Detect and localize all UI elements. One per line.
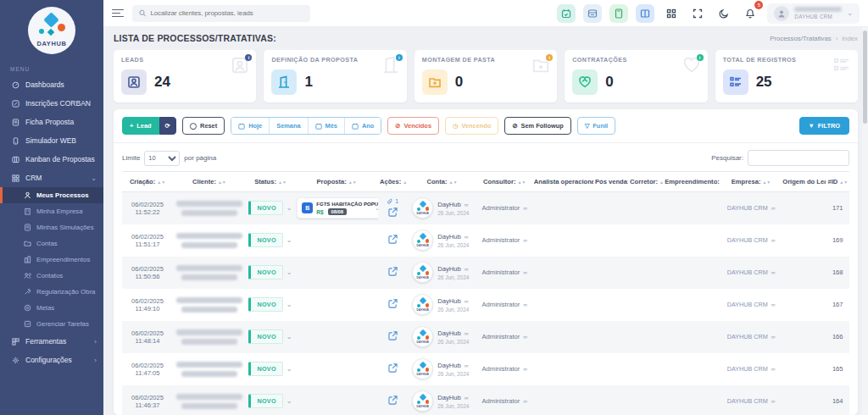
sidebar-item-minhas-simulacoes[interactable]: Minhas Simulações <box>0 219 103 235</box>
filter-semana-button[interactable]: Semana <box>270 118 308 134</box>
external-link-icon[interactable] <box>388 299 398 308</box>
sidebar-item-regularizacao-obra[interactable]: Regularização Obra <box>0 284 103 300</box>
attachments-count[interactable]: 1 <box>380 198 405 205</box>
column-header[interactable]: Analista operacional:▲▼ <box>532 172 593 192</box>
notifications-button[interactable]: 5 <box>741 4 760 23</box>
reset-button[interactable]: ◯Reset <box>182 117 225 135</box>
external-link-icon[interactable] <box>388 235 398 244</box>
column-header[interactable]: Proposta:▲▼ <box>295 172 378 192</box>
sort-icon[interactable]: ▲▼ <box>218 180 226 185</box>
chevron-down-icon[interactable]: ⌄ <box>287 268 292 276</box>
sidebar-item-kanban-de-propostas[interactable]: Kanban de Propostas <box>0 150 103 169</box>
user-menu[interactable]: DAYHUB CRM ⌄ <box>767 3 860 24</box>
status-badge[interactable]: NOVO <box>248 233 282 247</box>
filter-vencidos-button[interactable]: ⊘Vencidos <box>387 117 439 135</box>
sidebar-item-empreendimentos[interactable]: Empreendimentos <box>0 252 103 268</box>
window-scrollbar[interactable] <box>862 27 868 415</box>
chevron-down-icon[interactable]: ⌄ <box>287 365 292 373</box>
sort-icon[interactable]: ▲▼ <box>348 180 357 185</box>
sidebar-item-inscricoes-corban[interactable]: Inscrições CORBAN <box>0 94 103 113</box>
sort-icon[interactable]: ▲▼ <box>762 180 771 185</box>
refresh-button[interactable]: ⟳ <box>159 117 176 135</box>
sidebar-item-crm[interactable]: CRM ⌄ <box>0 169 103 187</box>
external-link-icon[interactable] <box>388 208 398 217</box>
sidebar-item-meus-processos[interactable]: Meus Processos <box>0 187 103 203</box>
sort-icon[interactable]: ▲▼ <box>278 180 287 185</box>
sidebar-item-contatos[interactable]: Contatos <box>0 268 103 284</box>
filter-funil-button[interactable]: ▽Funil <box>577 117 615 135</box>
sidebar-item-simulador-web[interactable]: Simulador WEB <box>0 131 103 150</box>
brand-logo[interactable]: DAYHUB <box>0 0 103 59</box>
status-badge[interactable]: NOVO <box>248 297 282 312</box>
empresa-link[interactable]: DAYHUB CRM ∞ <box>727 333 775 340</box>
empresa-link[interactable]: DAYHUB CRM ∞ <box>727 301 775 308</box>
external-link-icon[interactable] <box>388 396 398 405</box>
sidebar-item-dashboards[interactable]: Dashboards <box>0 75 103 94</box>
status-badge[interactable]: NOVO <box>248 201 282 215</box>
search-input[interactable] <box>150 9 303 17</box>
fullscreen-button[interactable] <box>688 4 707 23</box>
column-header[interactable]: Pós venda:▲▼ <box>593 172 628 192</box>
proposta-card[interactable]: BFGTS HABITAÇÃO POPULARR$08/08⌄ <box>297 197 378 219</box>
sidebar-item-ferramentas[interactable]: Ferramentas › <box>0 332 103 351</box>
filter-sem-followup-button[interactable]: ⊘Sem Followup <box>504 117 570 135</box>
column-header[interactable]: Status:▲▼ <box>246 172 295 192</box>
external-link-icon[interactable] <box>388 267 398 276</box>
empresa-link[interactable]: DAYHUB CRM ∞ <box>727 204 775 212</box>
conta-name[interactable]: DayHub ∞ <box>437 201 468 208</box>
column-header[interactable]: Origem do Lead:▲▼ <box>781 172 826 192</box>
pesquisar-input[interactable] <box>748 150 849 166</box>
sidebar-item-contas[interactable]: Contas <box>0 235 103 252</box>
column-header[interactable]: #ID▲▼ <box>826 172 849 192</box>
limit-select[interactable]: 10 <box>144 151 180 166</box>
sidebar-item-gerenciar-tarefas[interactable]: Gerenciar Tarefas <box>0 316 103 332</box>
sort-icon[interactable]: ▲▼ <box>518 180 526 185</box>
column-header[interactable]: Criação:▲▼ <box>122 172 173 192</box>
add-lead-button[interactable]: +Lead <box>122 117 159 135</box>
column-header[interactable]: Empreendimento:▲▼ <box>663 172 721 192</box>
chevron-down-icon[interactable]: ⌄ <box>287 333 292 340</box>
columns-button[interactable] <box>636 4 654 23</box>
column-header[interactable]: Empresa:▲▼ <box>721 172 781 192</box>
conta-name[interactable]: DayHub ∞ <box>437 329 468 337</box>
chevron-down-icon[interactable]: ⌄ <box>287 204 292 212</box>
column-header[interactable]: Cliente:▲▼ <box>173 172 246 192</box>
sidebar-item-configuracoes[interactable]: Configurações › <box>0 351 103 369</box>
column-header[interactable]: Conta:▲▼ <box>407 172 476 192</box>
apps-button[interactable] <box>662 4 681 23</box>
sort-icon[interactable]: ▲▼ <box>659 180 663 185</box>
global-search[interactable] <box>132 5 310 22</box>
filter-mes-button[interactable]: Mês <box>309 118 345 134</box>
filter-vencendo-button[interactable]: ◷Vencendo <box>445 117 498 135</box>
status-badge[interactable]: NOVO <box>248 362 282 376</box>
conta-name[interactable]: DayHub ∞ <box>437 394 468 401</box>
column-header[interactable]: Consultor:▲▼ <box>477 172 532 192</box>
status-badge[interactable]: NOVO <box>248 265 282 279</box>
sidebar-item-metas[interactable]: Metas <box>0 300 103 316</box>
empresa-link[interactable]: DAYHUB CRM ∞ <box>727 365 775 373</box>
sort-icon[interactable]: ▲▼ <box>839 180 848 185</box>
menu-toggle-icon[interactable] <box>112 9 124 18</box>
chevron-down-icon[interactable]: ⌄ <box>287 236 292 244</box>
filtro-button[interactable]: ▼FILTRO <box>799 117 849 135</box>
status-badge[interactable]: NOVO <box>248 329 282 344</box>
chevron-down-icon[interactable]: ⌄ <box>287 301 292 308</box>
external-link-icon[interactable] <box>388 331 398 340</box>
status-badge[interactable]: NOVO <box>248 394 282 408</box>
dark-mode-button[interactable] <box>715 4 733 23</box>
external-link-icon[interactable] <box>388 363 398 373</box>
breadcrumb-parent[interactable]: Processos/Tratativas <box>770 35 832 42</box>
conta-name[interactable]: DayHub ∞ <box>437 233 468 241</box>
empresa-link[interactable]: DAYHUB CRM ∞ <box>727 397 775 405</box>
sidebar-item-ficha-proposta[interactable]: Ficha Proposta <box>0 113 103 131</box>
sidebar-item-minha-empresa[interactable]: Minha Empresa <box>0 203 103 219</box>
sort-icon[interactable]: ▲▼ <box>403 180 407 185</box>
sort-icon[interactable]: ▲▼ <box>449 180 458 185</box>
calendar-button[interactable] <box>557 4 576 23</box>
filter-ano-button[interactable]: Ano <box>345 118 381 134</box>
calculator-button[interactable] <box>609 4 628 23</box>
conta-name[interactable]: DayHub ∞ <box>437 297 468 305</box>
chevron-down-icon[interactable]: ⌄ <box>287 397 292 405</box>
conta-name[interactable]: DayHub ∞ <box>437 265 468 273</box>
scrollbar-thumb[interactable] <box>863 30 867 124</box>
